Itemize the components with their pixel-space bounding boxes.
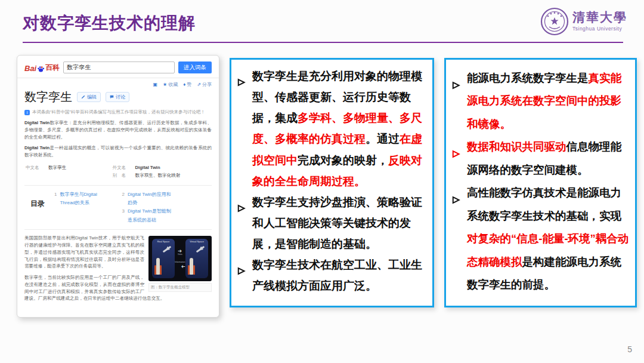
- entry-title: 数字孪生: [24, 89, 72, 105]
- tsinghua-logo: 清華大學 Tsinghua University: [540, 7, 627, 36]
- bullet-text-segment: 。通过: [366, 133, 400, 145]
- bullet-item: 数字孪生支持沙盘推演、策略验证和人工智能决策等关键技术的发展，是智能制造的基础。: [235, 192, 428, 254]
- page-number: 5: [627, 344, 632, 354]
- title-underline: [23, 42, 623, 43]
- share-icon: ⇗: [197, 82, 201, 87]
- entry-body: Real Space ➔Data ➔Information Virtual Sp…: [24, 235, 212, 302]
- bullet-text-segment: 能源电力系统数字孪生是: [467, 72, 589, 84]
- arrow-right-icon: ➔Data: [178, 249, 182, 256]
- bullet-item: 数字孪生技术在航空工业、工业生产线模拟方面应用广泛。: [235, 254, 428, 296]
- page-title: 对数字孪生技术的理解: [23, 12, 196, 35]
- bullet-item: 数据和知识共同驱动信息物理能源网络的数字空间建模。: [450, 136, 631, 182]
- bullet-text-segment: 数据和知识共同驱动: [467, 140, 566, 153]
- tsinghua-name-zh: 清華大學: [572, 11, 627, 24]
- star-icon: ★: [163, 82, 167, 87]
- baike-searchbar: Bai 百科 进入词条: [24, 61, 212, 73]
- bullet-arrow-icon: [237, 198, 246, 219]
- energy-power-twin-box: 能源电力系统数字孪生是真实能源电力系统在数字空间中的投影和镜像。数据和知识共同驱…: [444, 58, 637, 307]
- bullet-item: 能源电力系统数字孪生是真实能源电力系统在数字空间中的投影和镜像。: [450, 67, 631, 136]
- discuss-button[interactable]: 讨论: [106, 92, 129, 102]
- divider: [17, 78, 219, 78]
- arrow-left-icon: ➔Information: [175, 262, 185, 269]
- entry-notice: i 本词条由“科普中国”科学百科词条编写与应用工作项目审核，还有疑问快来参与讨论…: [24, 109, 212, 115]
- share-button[interactable]: ⇗分享: [197, 81, 212, 88]
- entry-toc: 目录 1 数字孪生与Digital Thread的关系 2 Digital Tw…: [24, 185, 212, 230]
- tsinghua-name-en: Tsinghua University: [572, 26, 627, 32]
- jet-graphic: [163, 246, 172, 253]
- real-space-panel: Real Space: [152, 239, 175, 278]
- search-input[interactable]: [63, 61, 175, 73]
- digital-twin-figure: Real Space ➔Data ➔Information Virtual Sp…: [148, 236, 212, 291]
- bullet-text-segment: 完成对象的映射，: [298, 154, 388, 167]
- baidu-paw-icon: [37, 65, 45, 73]
- rocket-graphic: [156, 258, 160, 275]
- infobox-row: 中文名 数字孪生: [26, 164, 104, 172]
- real-virtual-space-image: Real Space ➔Data ➔Information Virtual Sp…: [148, 236, 212, 281]
- bullet-arrow-icon: [452, 143, 460, 166]
- jet-graphic: [196, 246, 205, 253]
- virtual-space-panel: Virtual Space: [185, 239, 208, 278]
- infobox-row: 外文名 Digital Twin: [113, 164, 210, 172]
- baidu-logo-text: Bai: [24, 64, 36, 73]
- enter-entry-button[interactable]: 进入词条: [178, 61, 212, 73]
- edit-button[interactable]: 编辑: [77, 92, 101, 102]
- rocket-graphic: [190, 258, 193, 275]
- toc-label: 目录: [30, 199, 45, 225]
- baidu-baike-logo: Bai 百科: [24, 63, 60, 73]
- app-icon[interactable]: ▣: [153, 82, 157, 87]
- data-flow-arrows: ➔Data ➔Information: [176, 236, 184, 281]
- toc-link[interactable]: 3 Digital Twin是智能制造系统的基础: [122, 207, 174, 224]
- bullet-arrow-icon: [237, 261, 246, 282]
- bullet-arrow-icon: [452, 189, 460, 212]
- baike-screenshot-card: Bai 百科 进入词条 ▣ ★收藏 ♦赞 ⇗分享 数字孪生 编辑 讨论 i 本词…: [17, 55, 219, 318]
- bullet-arrow-icon: [237, 72, 246, 93]
- comment-icon: [110, 95, 114, 99]
- bullet-item: 高性能数字仿真技术是能源电力系统数字孪生技术的基础，实现对复杂的“信息-能量-环…: [450, 182, 631, 296]
- digital-twin-definition-box: 数字孪生是充分利用对象的物理模型、传感器更新、运行历史等数据，集成多学科、多物理…: [230, 58, 434, 307]
- pencil-icon: [81, 95, 85, 99]
- info-badge-icon: i: [24, 110, 30, 115]
- toc-link[interactable]: 2 Digital Twin的应用和趋势: [122, 190, 174, 208]
- tsinghua-emblem-icon: [540, 7, 569, 36]
- bullet-item: 数字孪生是充分利用对象的物理模型、传感器更新、运行历史等数据，集成多学科、多物理…: [235, 66, 428, 192]
- thumb-up-icon: ♦: [183, 82, 185, 87]
- toc-link[interactable]: 1 数字孪生与Digital Thread的关系: [54, 190, 106, 208]
- entry-paragraph-2: Digital Twin是一种超越现实的概念，可以被视为一个或多个重要的、彼此依…: [24, 144, 212, 159]
- like-button[interactable]: ♦赞: [183, 81, 191, 88]
- bullet-text-segment: 高性能数字仿真技术是能源电力系统数字孪生技术的基础，实现: [467, 186, 621, 222]
- collect-button[interactable]: ★收藏: [163, 81, 178, 88]
- figure-caption: 图：数字孪生概念模型: [148, 283, 212, 291]
- infobox-row: 别 名 数字双生、数字化映射: [113, 172, 210, 180]
- entry-paragraph-1: Digital Twin数字孪生：是充分利用物理模型、传感器更新、运行历史等数据…: [24, 119, 212, 140]
- bullet-arrow-icon: [452, 75, 460, 97]
- entry-infobox: 中文名 数字孪生 外文名 Digital Twin 别 名 数字双生、数字化映射: [26, 164, 210, 180]
- baike-logo-text: 百科: [45, 63, 60, 73]
- bullet-text-segment: 数字孪生支持沙盘推演、策略验证和人工智能决策等关键技术的发展，是智能制造的基础。: [252, 196, 422, 250]
- bullet-text-segment: 数字孪生技术在航空工业、工业生产线模拟方面应用广泛。: [252, 259, 422, 292]
